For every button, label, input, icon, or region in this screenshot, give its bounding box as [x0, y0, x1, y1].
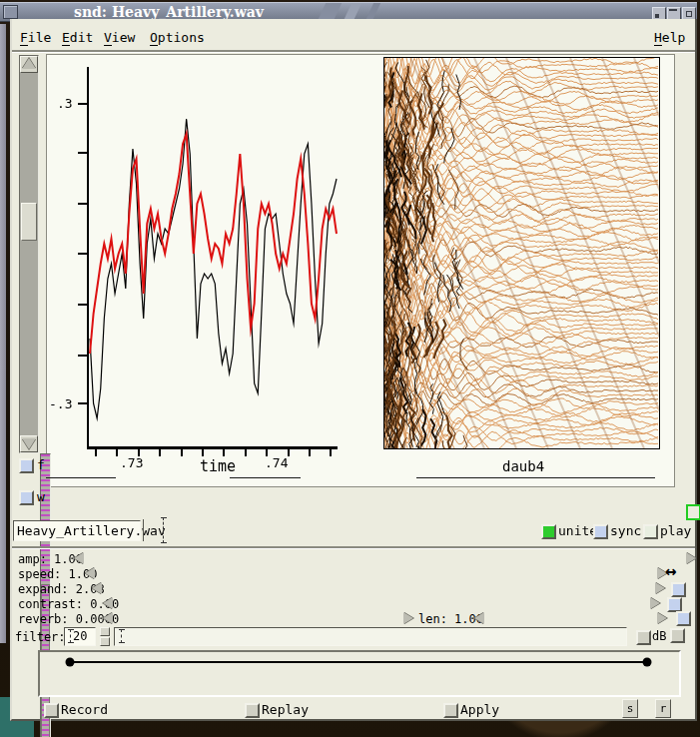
y-tick-label-bottom: -.3: [49, 396, 72, 411]
restore-button-label: r: [660, 702, 667, 715]
wavelet-graph[interactable]: [383, 57, 660, 449]
desktop: snd: Heavy_Artillery.wav File Edit View …: [0, 0, 700, 737]
len-left-arrow[interactable]: [474, 612, 484, 624]
stop-button-label: s: [627, 702, 634, 715]
pane-resize-grip[interactable]: [686, 504, 700, 520]
sync-label: sync: [610, 523, 641, 538]
menu-file[interactable]: File: [20, 30, 51, 45]
menu-help[interactable]: Help: [654, 30, 685, 45]
play-checkbox[interactable]: [643, 524, 658, 539]
filter-order-up-button[interactable]: [100, 627, 110, 636]
expand-left-arrow[interactable]: [92, 582, 102, 594]
y-tick-label-top: .3: [57, 96, 73, 111]
len-right-arrow[interactable]: [657, 612, 667, 624]
wavelet-label: daub4: [502, 458, 544, 474]
envelope-line[interactable]: [40, 652, 675, 691]
x-tick-label-74: .74: [265, 455, 288, 470]
window-title: snd: Heavy_Artillery.wav: [74, 4, 264, 20]
pane-divider[interactable]: [230, 477, 301, 478]
f-label: f: [37, 457, 45, 472]
mouse-cursor-hresize-icon: ↔: [665, 559, 676, 581]
scroll-down-button[interactable]: [20, 435, 38, 452]
menubar-separator: [12, 50, 695, 53]
text-cursor: [121, 629, 124, 643]
text-cursor: [70, 629, 73, 643]
x-tick-label-73: .73: [120, 455, 143, 470]
row-separator: [12, 546, 695, 549]
w-checkbox[interactable]: [19, 490, 34, 505]
scroll-up-button[interactable]: [20, 56, 38, 73]
filter-label: filter:: [15, 630, 66, 644]
menu-view[interactable]: View: [104, 30, 135, 45]
f-checkbox[interactable]: [19, 458, 34, 473]
db-label: dB: [652, 629, 666, 643]
apply-label: Apply: [460, 702, 499, 717]
unite-checkbox[interactable]: [541, 524, 556, 539]
filter-order-value: 20: [73, 629, 87, 643]
apply-checkbox[interactable]: [443, 703, 458, 718]
replay-checkbox[interactable]: [245, 703, 260, 718]
filter-env-field[interactable]: [114, 627, 627, 646]
filter-checkbox[interactable]: [670, 628, 685, 643]
name-separator: [143, 519, 144, 541]
up-arrow-icon: [22, 58, 36, 69]
amp-left-arrow[interactable]: [74, 552, 84, 564]
filter-envelope-editor[interactable]: [38, 650, 681, 697]
unite-label: unite: [558, 523, 597, 538]
vertical-scrollbar[interactable]: [19, 55, 39, 453]
restore-button[interactable]: r: [655, 699, 671, 718]
record-label: Record: [61, 702, 108, 717]
replay-label: Replay: [262, 702, 309, 717]
expand-right-arrow[interactable]: [655, 582, 665, 594]
window-menu-button[interactable]: [3, 5, 18, 19]
play-label: play: [660, 523, 691, 538]
text-cursor: [163, 517, 166, 543]
pane-divider[interactable]: [416, 477, 655, 478]
reverb-checkbox[interactable]: [676, 611, 691, 626]
sync-checkbox[interactable]: [593, 524, 608, 539]
contrast-right-arrow[interactable]: [650, 597, 660, 609]
contrast-left-arrow[interactable]: [103, 597, 113, 609]
background-window-edge: [0, 24, 6, 643]
waveform-graph[interactable]: [46, 54, 377, 485]
filter-order-down-button[interactable]: [100, 637, 110, 646]
w-label: w: [37, 489, 45, 504]
reverb-right-arrow[interactable]: [403, 612, 413, 624]
db-checkbox[interactable]: [636, 630, 651, 645]
amp-right-arrow[interactable]: [686, 552, 696, 564]
x-axis-label: time: [200, 457, 236, 475]
pane-divider[interactable]: [46, 477, 116, 478]
menu-edit[interactable]: Edit: [62, 30, 93, 45]
menu-options[interactable]: Options: [150, 30, 205, 45]
menubar: File Edit View Options Help: [12, 24, 695, 49]
down-arrow-icon: [22, 438, 36, 449]
expand-checkbox[interactable]: [671, 582, 686, 597]
record-checkbox[interactable]: [44, 703, 59, 718]
filter-order-field[interactable]: 20: [64, 627, 96, 646]
vertical-scroll-thumb[interactable]: [21, 203, 37, 241]
reverb-left-arrow[interactable]: [103, 612, 113, 624]
stop-button[interactable]: s: [622, 699, 638, 718]
sound-name-field: Heavy_Artillery.wav: [13, 520, 141, 541]
speed-left-arrow[interactable]: [85, 567, 95, 579]
contrast-checkbox[interactable]: [667, 597, 682, 612]
